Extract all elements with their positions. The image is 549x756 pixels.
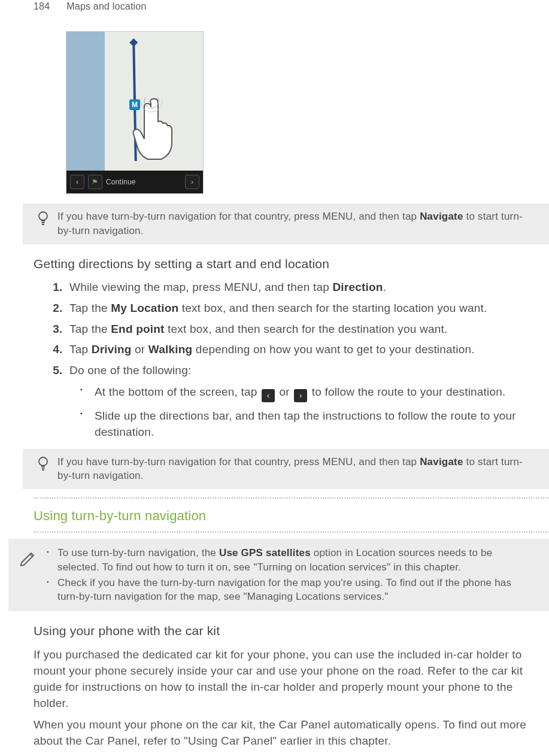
- pencil-icon: [19, 548, 37, 571]
- flag-icon: ⚑: [88, 175, 102, 189]
- para-carkit-1: If you purchased the dedicated car kit f…: [34, 647, 541, 712]
- note-list: To use turn-by-turn navigation, the Use …: [47, 545, 535, 605]
- next-icon: ›: [185, 175, 199, 189]
- step-2: Tap the My Location text box, and then s…: [66, 300, 541, 317]
- steps-list: While viewing the map, press MENU, and t…: [36, 280, 541, 440]
- section-heading-carkit: Using your phone with the car kit: [34, 622, 549, 639]
- sub-step-2: Slide up the directions bar, and then ta…: [93, 408, 541, 440]
- step-1: While viewing the map, press MENU, and t…: [66, 280, 541, 296]
- touch-hand-icon: [132, 98, 186, 168]
- end-point-label: End point: [111, 323, 164, 335]
- tip-navigate-label: Navigate: [420, 456, 463, 467]
- note-item-2: Check if you have the turn-by-turn navig…: [47, 576, 535, 605]
- tip-box: If you have turn-by-turn navigation for …: [23, 204, 549, 244]
- step-5: Do one of the following: At the bottom o…: [66, 363, 541, 441]
- tip-navigate-label: Navigate: [420, 211, 463, 222]
- sub-step-1: At the bottom of the screen, tap ‹ or › …: [93, 384, 541, 402]
- svg-point-2: [39, 212, 47, 220]
- map-water: [66, 32, 107, 193]
- section-heading-directions: Getting directions by setting a start an…: [34, 255, 549, 272]
- chevron-right-icon: ›: [294, 389, 307, 402]
- note-box: To use turn-by-turn navigation, the Use …: [8, 539, 549, 611]
- prev-icon: ‹: [70, 175, 84, 189]
- my-location-label: My Location: [111, 302, 178, 314]
- page-header: 184 Maps and location: [0, 0, 549, 22]
- driving-label: Driving: [92, 343, 132, 356]
- step-4: Tap Driving or Walking depending on how …: [66, 342, 541, 358]
- page-number: 184: [34, 0, 50, 13]
- lightbulb-icon: [37, 211, 49, 231]
- figure-bar-text: Continue: [106, 177, 181, 187]
- walking-label: Walking: [148, 343, 193, 356]
- sub-steps: At the bottom of the screen, tap ‹ or › …: [69, 384, 541, 440]
- direction-label: Direction: [332, 281, 383, 293]
- divider: [34, 532, 549, 533]
- tip-box: If you have turn-by-turn navigation for …: [23, 449, 549, 490]
- figure-container: M ‹ ⚑ Continue ›: [66, 31, 549, 194]
- note-item-1: To use turn-by-turn navigation, the Use …: [47, 546, 535, 575]
- step-3: Tap the End point text box, and then sea…: [66, 321, 541, 338]
- para-carkit-2: When you mount your phone on the car kit…: [34, 717, 541, 749]
- section-heading-turnbyturn: Using turn-by-turn navigation: [34, 507, 549, 526]
- divider: [34, 497, 549, 499]
- use-gps-label: Use GPS satellites: [219, 547, 311, 558]
- tip-text: If you have turn-by-turn navigation for …: [57, 455, 535, 484]
- chevron-left-icon: ‹: [262, 389, 275, 402]
- chapter-title: Maps and location: [66, 0, 146, 13]
- map-screenshot: M ‹ ⚑ Continue ›: [66, 31, 204, 194]
- tip-text: If you have turn-by-turn navigation for …: [57, 210, 535, 238]
- figure-bottom-bar: ‹ ⚑ Continue ›: [66, 171, 203, 193]
- svg-point-3: [39, 457, 47, 466]
- tip-text-pre: If you have turn-by-turn navigation for …: [57, 211, 420, 222]
- lightbulb-icon: [37, 456, 49, 476]
